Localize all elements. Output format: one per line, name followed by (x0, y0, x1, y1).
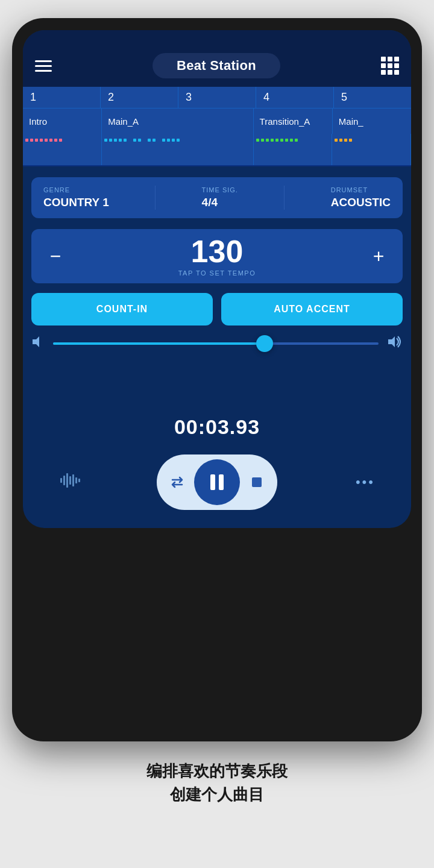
genre-label: GENRE (43, 186, 109, 193)
divider-1 (155, 186, 156, 210)
timesig-label: TIME SIG. (202, 186, 238, 193)
tempo-panel: − 130 TAP TO SET TEMPO + (31, 229, 403, 283)
waveform-icon[interactable] (59, 472, 83, 492)
bottom-line1: 编排喜欢的节奏乐段 (146, 762, 288, 780)
track-label-intro[interactable]: Intro (23, 108, 102, 134)
track-num-2[interactable]: 2 (101, 87, 178, 108)
bottom-text: 编排喜欢的节奏乐段 创建个人曲目 (134, 741, 300, 825)
auto-accent-button[interactable]: AUTO ACCENT (221, 293, 403, 326)
transport-pill (157, 454, 277, 510)
svg-rect-2 (60, 478, 62, 483)
drumset-label: DRUMSET (331, 186, 391, 193)
phone-shell: Beat Station 1 2 3 4 5 Intro (12, 18, 422, 741)
bottom-line2: 创建个人曲目 (170, 785, 264, 804)
tempo-increase-button[interactable]: + (354, 229, 403, 283)
divider-2 (284, 186, 285, 210)
more-options-button[interactable]: ••• (356, 474, 375, 490)
timesig-setting[interactable]: TIME SIG. 4/4 (202, 186, 238, 209)
track-num-5[interactable]: 5 (334, 87, 411, 108)
svg-marker-0 (33, 336, 39, 347)
volume-high-icon (387, 335, 403, 351)
settings-panel[interactable]: GENRE COUNTRY 1 TIME SIG. 4/4 DRUMSET AC… (31, 177, 403, 218)
repeat-button[interactable] (162, 467, 193, 498)
action-buttons: COUNT-IN AUTO ACCENT (31, 293, 403, 326)
volume-row (31, 335, 403, 351)
track-label-main-end[interactable]: Main_ (333, 108, 411, 134)
stop-button[interactable] (241, 467, 272, 498)
spacer (23, 361, 411, 397)
svg-rect-7 (75, 477, 77, 483)
drumset-value: ACOUSTIC (331, 196, 391, 209)
timesig-value: 4/4 (202, 196, 238, 209)
svg-rect-5 (69, 476, 71, 485)
status-bar (23, 30, 411, 47)
timer-display: 00:03.93 (23, 397, 411, 448)
pattern-main-end (332, 134, 411, 165)
volume-low-icon (31, 335, 45, 351)
grid-button[interactable] (381, 57, 399, 75)
track-labels: Intro Main_A Transition_A Main_ (23, 108, 411, 134)
header: Beat Station (23, 47, 411, 87)
track-label-main-a[interactable]: Main_A (102, 108, 253, 134)
pattern-intro (23, 134, 102, 165)
track-num-1[interactable]: 1 (23, 87, 101, 108)
menu-button[interactable] (35, 60, 52, 72)
tap-tempo-button[interactable]: 130 TAP TO SET TEMPO (80, 236, 354, 277)
svg-rect-8 (78, 479, 80, 482)
arrangement-area[interactable]: 1 2 3 4 5 Intro Main_A Transition_A Main… (23, 87, 411, 166)
tempo-decrease-button[interactable]: − (31, 229, 80, 283)
tempo-value: 130 (191, 236, 244, 267)
track-num-4[interactable]: 4 (256, 87, 334, 108)
volume-slider[interactable] (53, 342, 379, 345)
pattern-main-a (102, 134, 254, 165)
genre-setting[interactable]: GENRE COUNTRY 1 (43, 186, 109, 209)
svg-rect-3 (63, 476, 65, 485)
count-in-button[interactable]: COUNT-IN (31, 293, 213, 326)
track-numbers: 1 2 3 4 5 (23, 87, 411, 108)
pattern-area (23, 134, 411, 165)
track-label-transition-a[interactable]: Transition_A (254, 108, 333, 134)
svg-rect-6 (72, 474, 74, 486)
drumset-setting[interactable]: DRUMSET ACOUSTIC (331, 186, 391, 209)
timer-text: 00:03.93 (174, 415, 260, 438)
genre-value: COUNTRY 1 (43, 196, 109, 209)
track-num-3[interactable]: 3 (178, 87, 256, 108)
app-title: Beat Station (177, 58, 256, 73)
svg-rect-9 (252, 477, 262, 487)
svg-rect-4 (66, 473, 68, 488)
pattern-transition-a (254, 134, 333, 165)
phone-screen: Beat Station 1 2 3 4 5 Intro (23, 30, 411, 528)
transport-controls: ••• (23, 448, 411, 528)
pause-icon (210, 474, 224, 490)
pause-button[interactable] (194, 459, 240, 505)
svg-marker-1 (388, 336, 395, 347)
tempo-label: TAP TO SET TEMPO (178, 269, 256, 277)
title-box: Beat Station (153, 53, 280, 78)
